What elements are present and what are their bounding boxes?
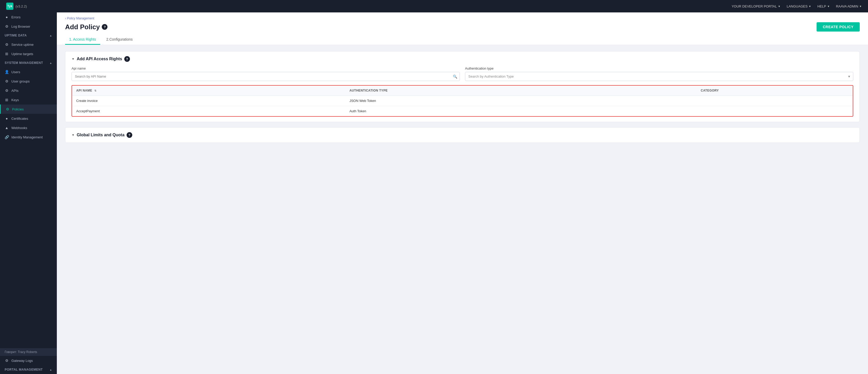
tab-configurations-label: 2.Configurations [106, 37, 133, 41]
sidebar-item-user-groups-label: User groups [11, 79, 30, 83]
sidebar-item-users-label: Users [11, 70, 20, 74]
api-access-table-head: API NAME ⇅ AUTHENTICATION TYPE CATEGORY [72, 86, 853, 96]
breadcrumb-arrow-icon: ‹ [65, 17, 66, 20]
sidebar-item-uptime-targets-label: Uptime targets [11, 52, 33, 56]
sidebar-item-policies[interactable]: ⚙ Policies [0, 105, 57, 114]
languages-label: LANGUAGES [786, 4, 808, 8]
sidebar-item-errors-label: Errors [11, 15, 21, 19]
api-access-rights-card: ▼ Add API Access Rights ? Api name 🔍 Au [65, 51, 860, 122]
uptime-targets-icon: ⊞ [5, 52, 9, 56]
auth-type-label: Authentication type [465, 66, 853, 70]
cell-auth-type: JSON Web Token [345, 96, 697, 106]
col-header-api-name: API NAME ⇅ [72, 86, 345, 96]
cell-auth-type: Auth Token [345, 106, 697, 116]
sidebar-item-keys[interactable]: ⊞ Keys [0, 95, 57, 105]
portal-chevron-icon: ▼ [778, 5, 780, 8]
users-icon: 👤 [5, 70, 9, 74]
cell-category [697, 106, 853, 116]
sidebar-item-uptime-targets[interactable]: ⊞ Uptime targets [0, 49, 57, 58]
api-access-rights-card-header[interactable]: ▼ Add API Access Rights ? [65, 52, 860, 66]
tab-access-rights[interactable]: 1. Access Rights [65, 35, 100, 45]
search-row: Api name 🔍 Authentication type Search by… [65, 66, 860, 85]
status-text: Говорит: Tracy Roberts [5, 350, 37, 354]
sidebar-item-keys-label: Keys [11, 98, 19, 102]
page-help-icon[interactable]: ? [102, 24, 107, 30]
topnav-right: YOUR DEVELOPER PORTAL ▼ LANGUAGES ▼ HELP… [732, 4, 862, 8]
api-access-rights-help-icon[interactable]: ? [124, 56, 130, 62]
card-collapse-icon: ▼ [71, 57, 75, 61]
page-header: ‹ Policy Management Add Policy ? CREATE … [57, 12, 868, 45]
table-row: Create invoice JSON Web Token [72, 96, 853, 106]
create-policy-button[interactable]: CREATE POLICY [816, 22, 860, 32]
user-nav-item[interactable]: RAAVA ADMIN ▼ [836, 4, 862, 8]
identity-management-icon: 🔗 [5, 135, 9, 139]
sidebar-item-log-browser[interactable]: ⚙ Log Browser [0, 22, 57, 31]
user-groups-icon: ⚙ [5, 79, 9, 83]
sidebar-section-portal-management[interactable]: Portal Management ▲ [0, 365, 57, 374]
api-name-input-wrap: 🔍 [71, 72, 460, 81]
help-label: HELP [817, 4, 826, 8]
sidebar-section-uptime-data[interactable]: Uptime Data ▲ [0, 31, 57, 40]
global-limits-card: ▼ Global Limits and Quota ? [65, 127, 860, 143]
languages-chevron-icon: ▼ [809, 5, 811, 8]
api-access-table-header-row: API NAME ⇅ AUTHENTICATION TYPE CATEGORY [72, 86, 853, 96]
page-title-row: Add Policy ? CREATE POLICY [65, 22, 860, 35]
col-header-category: CATEGORY [697, 86, 853, 96]
sidebar-item-users[interactable]: 👤 Users [0, 67, 57, 77]
languages-nav-item[interactable]: LANGUAGES ▼ [786, 4, 811, 8]
cell-api-name: AcceptPayment [72, 106, 345, 116]
auth-type-select[interactable]: Search by Authentication Type JSON Web T… [465, 72, 853, 81]
api-name-label: Api name [71, 66, 460, 70]
sidebar-item-webhooks[interactable]: ▲ Webhooks [0, 123, 57, 133]
api-name-search-icon: 🔍 [453, 75, 457, 79]
sidebar-item-service-uptime-label: Service uptime [11, 43, 34, 47]
topnav: Tyk (v3.2.2) YOUR DEVELOPER PORTAL ▼ LAN… [0, 0, 868, 12]
sidebar-item-identity-management[interactable]: 🔗 Identity Management [0, 133, 57, 142]
uptime-data-label: Uptime Data [5, 34, 27, 37]
api-name-search-group: Api name 🔍 [71, 66, 460, 81]
portal-nav-item[interactable]: YOUR DEVELOPER PORTAL ▼ [732, 4, 780, 8]
main-content: ‹ Policy Management Add Policy ? CREATE … [57, 12, 868, 374]
breadcrumb[interactable]: ‹ Policy Management [65, 17, 860, 20]
sidebar-item-certificates[interactable]: ● Certificates [0, 114, 57, 123]
tab-configurations[interactable]: 2.Configurations [102, 35, 137, 45]
tyk-logo: Tyk [6, 3, 13, 10]
sidebar-status-bar: Говорит: Tracy Roberts [0, 348, 57, 356]
help-nav-item[interactable]: HELP ▼ [817, 4, 830, 8]
api-name-sort-icon[interactable]: ⇅ [94, 89, 96, 92]
table-row: AcceptPayment Auth Token [72, 106, 853, 116]
sidebar-item-gateway-logs-label: Gateway Logs [11, 359, 33, 363]
api-name-search-input[interactable] [71, 72, 460, 81]
system-management-label: System Management [5, 61, 43, 65]
cell-api-name: Create invoice [72, 96, 345, 106]
tab-access-rights-label: 1. Access Rights [69, 37, 96, 41]
topnav-left: Tyk (v3.2.2) [6, 3, 27, 10]
sidebar-item-errors[interactable]: ● Errors [0, 12, 57, 22]
sidebar-item-webhooks-label: Webhooks [11, 126, 27, 130]
page-title-text: Add Policy [65, 23, 100, 31]
sidebar-item-service-uptime[interactable]: ⚙ Service uptime [0, 40, 57, 49]
global-limits-help-icon[interactable]: ? [127, 132, 132, 138]
auth-type-search-group: Authentication type Search by Authentica… [465, 66, 853, 81]
app-version: (v3.2.2) [16, 4, 27, 8]
col-auth-type-label: AUTHENTICATION TYPE [349, 89, 388, 92]
global-limits-header[interactable]: ▼ Global Limits and Quota ? [65, 127, 860, 143]
certificates-icon: ● [5, 116, 9, 120]
page-title: Add Policy ? [65, 23, 107, 31]
log-browser-icon: ⚙ [5, 24, 9, 28]
global-limits-title: Global Limits and Quota [77, 133, 125, 137]
sidebar-item-identity-management-label: Identity Management [11, 135, 43, 139]
sidebar-item-user-groups[interactable]: ⚙ User groups [0, 77, 57, 86]
errors-icon: ● [5, 15, 9, 19]
sidebar-item-gateway-logs[interactable]: ⚙ Gateway Logs [0, 356, 57, 365]
sidebar-item-apis[interactable]: ⚙ APIs [0, 86, 57, 95]
sidebar-item-log-browser-label: Log Browser [11, 25, 30, 28]
policies-icon: ⚙ [5, 107, 9, 111]
uptime-data-chevron-icon: ▲ [50, 34, 52, 37]
col-api-name-label: API NAME [76, 89, 92, 92]
portal-label: YOUR DEVELOPER PORTAL [732, 4, 777, 8]
gateway-logs-icon: ⚙ [5, 358, 9, 363]
tabs: 1. Access Rights 2.Configurations [65, 35, 860, 45]
system-management-chevron-icon: ▲ [50, 62, 52, 64]
sidebar-section-system-management[interactable]: System Management ▲ [0, 58, 57, 67]
